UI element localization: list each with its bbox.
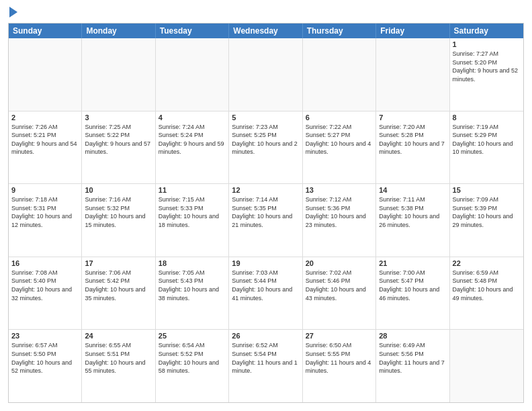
calendar-row-3: 9Sunrise: 7:18 AM Sunset: 5:31 PM Daylig… bbox=[9, 184, 523, 257]
day-number: 24 bbox=[85, 332, 152, 340]
day-info: Sunrise: 7:14 AM Sunset: 5:35 PM Dayligh… bbox=[232, 195, 299, 229]
day-cell-22: 22Sunrise: 6:59 AM Sunset: 5:48 PM Dayli… bbox=[450, 257, 523, 330]
day-number: 19 bbox=[232, 259, 299, 267]
day-number: 27 bbox=[306, 332, 373, 340]
empty-cell-r0c0 bbox=[9, 38, 82, 111]
day-cell-21: 21Sunrise: 7:00 AM Sunset: 5:47 PM Dayli… bbox=[376, 257, 449, 330]
day-number: 2 bbox=[11, 113, 79, 122]
day-cell-1: 1Sunrise: 7:27 AM Sunset: 5:20 PM Daylig… bbox=[450, 38, 523, 111]
day-number: 22 bbox=[453, 259, 521, 267]
day-info: Sunrise: 6:54 AM Sunset: 5:52 PM Dayligh… bbox=[159, 341, 226, 375]
day-number: 1 bbox=[453, 40, 521, 48]
day-number: 4 bbox=[159, 113, 226, 122]
day-info: Sunrise: 7:23 AM Sunset: 5:25 PM Dayligh… bbox=[232, 123, 299, 156]
day-info: Sunrise: 7:09 AM Sunset: 5:39 PM Dayligh… bbox=[453, 195, 521, 229]
calendar-row-1: 1Sunrise: 7:27 AM Sunset: 5:20 PM Daylig… bbox=[9, 38, 523, 111]
weekday-header-monday: Monday bbox=[82, 24, 155, 38]
day-cell-7: 7Sunrise: 7:20 AM Sunset: 5:28 PM Daylig… bbox=[376, 111, 449, 184]
day-cell-25: 25Sunrise: 6:54 AM Sunset: 5:52 PM Dayli… bbox=[156, 330, 229, 402]
day-number: 20 bbox=[306, 259, 373, 267]
day-cell-15: 15Sunrise: 7:09 AM Sunset: 5:39 PM Dayli… bbox=[450, 184, 523, 257]
calendar: SundayMondayTuesdayWednesdayThursdayFrid… bbox=[8, 23, 524, 403]
day-cell-19: 19Sunrise: 7:03 AM Sunset: 5:44 PM Dayli… bbox=[229, 257, 302, 330]
day-info: Sunrise: 7:00 AM Sunset: 5:47 PM Dayligh… bbox=[379, 269, 446, 302]
empty-cell-r0c3 bbox=[229, 38, 302, 111]
day-info: Sunrise: 7:25 AM Sunset: 5:22 PM Dayligh… bbox=[85, 123, 152, 156]
logo-arrow-icon bbox=[9, 7, 17, 17]
day-cell-10: 10Sunrise: 7:16 AM Sunset: 5:32 PM Dayli… bbox=[82, 184, 155, 257]
day-cell-27: 27Sunrise: 6:50 AM Sunset: 5:55 PM Dayli… bbox=[303, 330, 376, 402]
day-cell-5: 5Sunrise: 7:23 AM Sunset: 5:25 PM Daylig… bbox=[229, 111, 302, 184]
day-number: 3 bbox=[85, 113, 152, 122]
day-number: 8 bbox=[453, 113, 521, 122]
day-number: 6 bbox=[306, 113, 373, 122]
day-cell-24: 24Sunrise: 6:55 AM Sunset: 5:51 PM Dayli… bbox=[82, 330, 155, 402]
day-number: 18 bbox=[159, 259, 226, 267]
calendar-row-5: 23Sunrise: 6:57 AM Sunset: 5:50 PM Dayli… bbox=[9, 330, 523, 402]
day-number: 25 bbox=[159, 332, 226, 340]
day-cell-12: 12Sunrise: 7:14 AM Sunset: 5:35 PM Dayli… bbox=[229, 184, 302, 257]
day-info: Sunrise: 7:12 AM Sunset: 5:36 PM Dayligh… bbox=[306, 195, 373, 229]
day-cell-9: 9Sunrise: 7:18 AM Sunset: 5:31 PM Daylig… bbox=[9, 184, 82, 257]
day-cell-13: 13Sunrise: 7:12 AM Sunset: 5:36 PM Dayli… bbox=[303, 184, 376, 257]
day-cell-18: 18Sunrise: 7:05 AM Sunset: 5:43 PM Dayli… bbox=[156, 257, 229, 330]
day-info: Sunrise: 7:16 AM Sunset: 5:32 PM Dayligh… bbox=[85, 195, 152, 229]
calendar-row-4: 16Sunrise: 7:08 AM Sunset: 5:40 PM Dayli… bbox=[9, 257, 523, 330]
day-cell-3: 3Sunrise: 7:25 AM Sunset: 5:22 PM Daylig… bbox=[82, 111, 155, 184]
calendar-body: 1Sunrise: 7:27 AM Sunset: 5:20 PM Daylig… bbox=[9, 38, 523, 402]
day-info: Sunrise: 7:22 AM Sunset: 5:27 PM Dayligh… bbox=[306, 123, 373, 156]
day-number: 7 bbox=[379, 113, 446, 122]
day-number: 12 bbox=[232, 186, 299, 194]
day-cell-6: 6Sunrise: 7:22 AM Sunset: 5:27 PM Daylig… bbox=[303, 111, 376, 184]
calendar-header: SundayMondayTuesdayWednesdayThursdayFrid… bbox=[9, 24, 523, 38]
day-cell-23: 23Sunrise: 6:57 AM Sunset: 5:50 PM Dayli… bbox=[9, 330, 82, 402]
empty-cell-r0c2 bbox=[156, 38, 229, 111]
day-number: 21 bbox=[379, 259, 446, 267]
day-info: Sunrise: 7:11 AM Sunset: 5:38 PM Dayligh… bbox=[379, 195, 446, 229]
day-info: Sunrise: 7:15 AM Sunset: 5:33 PM Dayligh… bbox=[159, 195, 226, 229]
logo bbox=[8, 8, 17, 17]
day-number: 5 bbox=[232, 113, 299, 122]
empty-cell-r0c1 bbox=[82, 38, 155, 111]
weekday-header-friday: Friday bbox=[376, 24, 449, 38]
day-number: 23 bbox=[11, 332, 79, 340]
day-info: Sunrise: 6:57 AM Sunset: 5:50 PM Dayligh… bbox=[11, 341, 79, 375]
day-cell-16: 16Sunrise: 7:08 AM Sunset: 5:40 PM Dayli… bbox=[9, 257, 82, 330]
calendar-row-2: 2Sunrise: 7:26 AM Sunset: 5:21 PM Daylig… bbox=[9, 111, 523, 185]
day-info: Sunrise: 7:24 AM Sunset: 5:24 PM Dayligh… bbox=[159, 123, 226, 156]
day-info: Sunrise: 7:02 AM Sunset: 5:46 PM Dayligh… bbox=[306, 269, 373, 302]
day-number: 17 bbox=[85, 259, 152, 267]
day-number: 14 bbox=[379, 186, 446, 194]
day-cell-14: 14Sunrise: 7:11 AM Sunset: 5:38 PM Dayli… bbox=[376, 184, 449, 257]
page: SundayMondayTuesdayWednesdayThursdayFrid… bbox=[0, 0, 532, 411]
day-info: Sunrise: 7:26 AM Sunset: 5:21 PM Dayligh… bbox=[11, 123, 79, 156]
weekday-header-thursday: Thursday bbox=[303, 24, 376, 38]
day-info: Sunrise: 7:18 AM Sunset: 5:31 PM Dayligh… bbox=[11, 195, 79, 229]
day-info: Sunrise: 7:20 AM Sunset: 5:28 PM Dayligh… bbox=[379, 123, 446, 156]
day-number: 13 bbox=[306, 186, 373, 194]
day-number: 9 bbox=[11, 186, 79, 194]
day-cell-28: 28Sunrise: 6:49 AM Sunset: 5:56 PM Dayli… bbox=[376, 330, 449, 402]
day-number: 10 bbox=[85, 186, 152, 194]
day-cell-20: 20Sunrise: 7:02 AM Sunset: 5:46 PM Dayli… bbox=[303, 257, 376, 330]
day-info: Sunrise: 6:52 AM Sunset: 5:54 PM Dayligh… bbox=[232, 341, 299, 375]
day-cell-4: 4Sunrise: 7:24 AM Sunset: 5:24 PM Daylig… bbox=[156, 111, 229, 184]
day-info: Sunrise: 6:55 AM Sunset: 5:51 PM Dayligh… bbox=[85, 341, 152, 375]
day-cell-17: 17Sunrise: 7:06 AM Sunset: 5:42 PM Dayli… bbox=[82, 257, 155, 330]
day-cell-26: 26Sunrise: 6:52 AM Sunset: 5:54 PM Dayli… bbox=[229, 330, 302, 402]
day-info: Sunrise: 6:59 AM Sunset: 5:48 PM Dayligh… bbox=[453, 269, 521, 302]
day-number: 16 bbox=[11, 259, 79, 267]
day-info: Sunrise: 7:06 AM Sunset: 5:42 PM Dayligh… bbox=[85, 269, 152, 302]
day-cell-8: 8Sunrise: 7:19 AM Sunset: 5:29 PM Daylig… bbox=[450, 111, 523, 184]
day-info: Sunrise: 6:49 AM Sunset: 5:56 PM Dayligh… bbox=[379, 341, 446, 375]
day-number: 26 bbox=[232, 332, 299, 340]
day-cell-11: 11Sunrise: 7:15 AM Sunset: 5:33 PM Dayli… bbox=[156, 184, 229, 257]
day-info: Sunrise: 7:27 AM Sunset: 5:20 PM Dayligh… bbox=[453, 50, 521, 83]
weekday-header-tuesday: Tuesday bbox=[156, 24, 229, 38]
header bbox=[8, 8, 524, 17]
day-info: Sunrise: 6:50 AM Sunset: 5:55 PM Dayligh… bbox=[306, 341, 373, 375]
weekday-header-sunday: Sunday bbox=[9, 24, 82, 38]
day-cell-2: 2Sunrise: 7:26 AM Sunset: 5:21 PM Daylig… bbox=[9, 111, 82, 184]
day-info: Sunrise: 7:05 AM Sunset: 5:43 PM Dayligh… bbox=[159, 269, 226, 302]
empty-cell-r0c5 bbox=[376, 38, 449, 111]
